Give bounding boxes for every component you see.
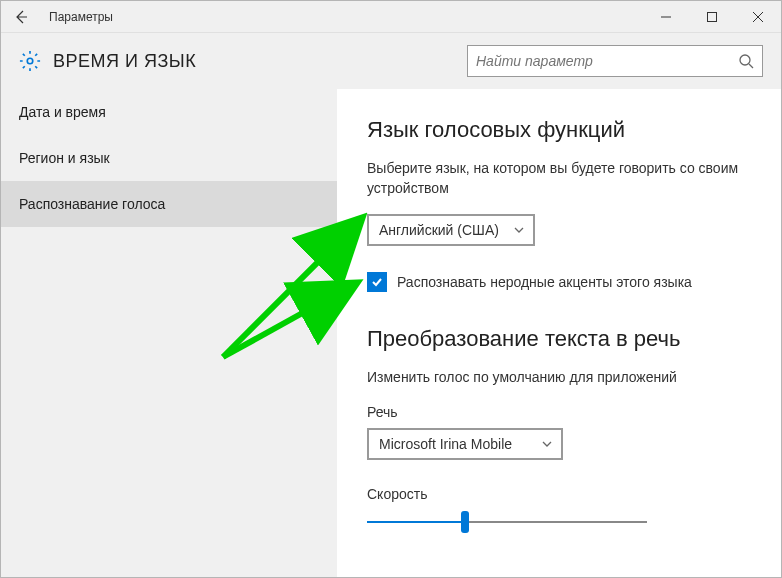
section-title-tts: Преобразование текста в речь xyxy=(367,326,751,352)
sidebar-item-region-language[interactable]: Регион и язык xyxy=(1,135,337,181)
accent-checkbox-label: Распознавать неродные акценты этого язык… xyxy=(397,274,692,290)
page-title: ВРЕМЯ И ЯЗЫК xyxy=(53,51,467,72)
speed-label: Скорость xyxy=(367,486,751,502)
arrow-left-icon xyxy=(13,9,29,25)
language-select-value: Английский (США) xyxy=(379,222,499,238)
voice-select-value: Microsoft Irina Mobile xyxy=(379,436,512,452)
slider-track xyxy=(367,521,647,523)
window-title: Параметры xyxy=(41,10,643,24)
voice-select[interactable]: Microsoft Irina Mobile xyxy=(367,428,563,460)
voice-label: Речь xyxy=(367,404,751,420)
titlebar: Параметры xyxy=(1,1,781,33)
maximize-button[interactable] xyxy=(689,1,735,33)
sidebar: Дата и время Регион и язык Распознавание… xyxy=(1,89,337,577)
close-icon xyxy=(753,12,763,22)
settings-window: Параметры ВРЕМЯ И ЯЗЫК Дата и время Реги… xyxy=(0,0,782,578)
accent-checkbox[interactable] xyxy=(367,272,387,292)
language-select[interactable]: Английский (США) xyxy=(367,214,535,246)
sidebar-item-label: Дата и время xyxy=(19,104,106,120)
content-body: Дата и время Регион и язык Распознавание… xyxy=(1,89,781,577)
section-title-speech-language: Язык голосовых функций xyxy=(367,117,751,143)
svg-point-4 xyxy=(27,58,33,64)
search-input[interactable] xyxy=(476,53,738,69)
search-icon xyxy=(738,53,754,69)
header: ВРЕМЯ И ЯЗЫК xyxy=(1,33,781,89)
sidebar-item-speech[interactable]: Распознавание голоса xyxy=(1,181,337,227)
svg-point-5 xyxy=(740,55,750,65)
accent-checkbox-row: Распознавать неродные акценты этого язык… xyxy=(367,272,751,292)
main-panel: Язык голосовых функций Выберите язык, на… xyxy=(337,89,781,577)
close-button[interactable] xyxy=(735,1,781,33)
back-button[interactable] xyxy=(1,1,41,33)
svg-line-6 xyxy=(749,64,753,68)
slider-thumb[interactable] xyxy=(461,511,469,533)
minimize-button[interactable] xyxy=(643,1,689,33)
section-description: Выберите язык, на котором вы будете гово… xyxy=(367,159,747,198)
sidebar-item-date-time[interactable]: Дата и время xyxy=(1,89,337,135)
section-description-tts: Изменить голос по умолчанию для приложен… xyxy=(367,368,747,388)
svg-rect-1 xyxy=(708,12,717,21)
window-controls xyxy=(643,1,781,33)
search-box[interactable] xyxy=(467,45,763,77)
chevron-down-icon xyxy=(513,224,525,236)
sidebar-item-label: Регион и язык xyxy=(19,150,110,166)
sidebar-item-label: Распознавание голоса xyxy=(19,196,165,212)
maximize-icon xyxy=(707,12,717,22)
chevron-down-icon xyxy=(541,438,553,450)
speed-slider[interactable] xyxy=(367,510,647,534)
minimize-icon xyxy=(661,12,671,22)
checkmark-icon xyxy=(370,275,384,289)
gear-icon xyxy=(19,50,41,72)
